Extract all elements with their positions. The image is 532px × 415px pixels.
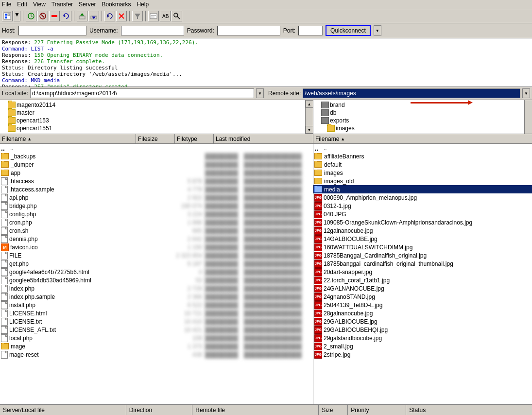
remote-file-row[interactable]: JPG 24GALNANOCUBE.jpg <box>313 284 532 293</box>
username-input[interactable] <box>121 26 184 35</box>
remote-file-row[interactable]: JPG 18785banggai_cardinalfish_original_t… <box>313 259 532 268</box>
remote-file-row[interactable]: default <box>313 160 532 169</box>
local-file-row[interactable]: install.php 6 522 ████████ █████████████… <box>0 301 313 309</box>
remote-tree-item-3[interactable]: images <box>314 124 523 132</box>
local-file-row[interactable]: _dumper ████████ ██████████████ <box>0 160 313 169</box>
remote-file-row[interactable]: JPG 2stripe.jpg <box>313 350 532 359</box>
local-file-row[interactable]: index.php.sample 2 366 ████████ ████████… <box>0 293 313 301</box>
toolbar-search-btn[interactable] <box>172 11 182 21</box>
local-file-row[interactable]: FILE 2 323 854 ████████ ██████████████ <box>0 251 313 259</box>
remote-file-row[interactable]: media <box>313 185 532 193</box>
menu-transfer[interactable]: Transfer <box>51 1 73 8</box>
local-file-row[interactable]: _backups ████████ ██████████████ <box>0 152 313 160</box>
local-tree-item-1[interactable]: master <box>1 109 304 117</box>
toolbar-siteman-btn[interactable] <box>2 11 13 21</box>
local-file-row[interactable]: get.php 6 187 ████████ ██████████████ <box>0 259 313 268</box>
remote-file-row[interactable]: JPG 14GALBIOCUBE.jpg <box>313 235 532 243</box>
toolbar-download-btn[interactable] <box>88 11 99 21</box>
local-file-row[interactable]: .htaccess 5 876 ████████ ██████████████ <box>0 177 313 185</box>
local-file-row[interactable]: M favicon.ico 1 150 ████████ ███████████… <box>0 243 313 251</box>
host-input[interactable] <box>18 26 86 35</box>
local-file-size: 6 522 <box>166 302 205 309</box>
menu-server[interactable]: Server <box>79 1 96 8</box>
toolbar-reconnect-btn[interactable] <box>61 11 71 21</box>
toolbar-filter-btn[interactable] <box>132 11 143 21</box>
local-file-row[interactable]: api.php 2 922 ████████ ██████████████ <box>0 193 313 202</box>
remote-site-path[interactable] <box>303 88 520 98</box>
password-input[interactable] <box>217 26 280 35</box>
local-file-row[interactable]: cron.php 1 666 ████████ ██████████████ <box>0 218 313 226</box>
remote-file-row[interactable]: JPG 160WATTDUALSWITCHDIMM.jpg <box>313 243 532 251</box>
toolbar-upload-btn[interactable] <box>77 11 87 21</box>
local-file-row[interactable]: bridge.php 190 074 ████████ ████████████… <box>0 202 313 210</box>
local-file-row[interactable]: googlee5b4db530ad45969.html 53 ████████ … <box>0 276 313 284</box>
local-col-filetype[interactable]: Filetype <box>175 134 214 143</box>
local-file-row[interactable]: LICENSE_AFL.txt 10 421 ████████ ████████… <box>0 326 313 334</box>
remote-file-row[interactable]: JPG 29GALBIOCUBEHQI.jpg <box>313 326 532 334</box>
menu-edit[interactable]: Edit <box>17 1 27 8</box>
toolbar-abort-btn[interactable] <box>116 11 127 21</box>
menu-bookmarks[interactable]: Bookmarks <box>102 1 131 8</box>
local-col-lastmod[interactable]: Last modified <box>214 134 313 143</box>
remote-file-row[interactable]: .. .. <box>313 144 532 152</box>
remote-col-filename[interactable]: Filename▲ <box>313 134 532 143</box>
local-file-row[interactable]: index.php 2 729 ████████ ██████████████ <box>0 284 313 293</box>
local-site-dropdown[interactable]: ▼ <box>256 88 264 98</box>
toolbar-siteman-drop[interactable]: ▼ <box>14 11 20 21</box>
remote-file-row[interactable]: affiliateBanners <box>313 152 532 160</box>
remote-file-row[interactable]: JPG 000590_Amphiprion_melanopus.jpg <box>313 193 532 202</box>
remote-tree-item-0[interactable]: brand <box>314 101 523 109</box>
local-file-row[interactable]: mage 1 373 ████████ ██████████████ <box>0 342 313 350</box>
remote-file-row[interactable]: JPG 29GALBIOCUBE.jpg <box>313 317 532 326</box>
quickconnect-button[interactable]: Quickconnect <box>326 25 371 36</box>
remote-file-row[interactable]: JPG 040.JPG <box>313 210 532 218</box>
local-tree-scrollup[interactable]: ▲ <box>306 100 313 108</box>
menu-file[interactable]: File <box>2 1 11 8</box>
quickconnect-dropdown[interactable]: ▼ <box>374 25 381 36</box>
toolbar-cancel-btn[interactable] <box>49 11 60 21</box>
local-col-filename[interactable]: Filename▲ <box>0 134 136 143</box>
local-tree-scrolldown[interactable]: ▼ <box>306 126 313 134</box>
local-file-row[interactable]: LICENSE.html 10 721 ████████ ███████████… <box>0 309 313 317</box>
remote-file-row[interactable]: JPG 24gnanoSTAND.jpg <box>313 293 532 301</box>
local-file-row[interactable]: google4afea6c4b72275b6.html 0 ████████ █… <box>0 268 313 276</box>
port-input[interactable] <box>298 26 323 35</box>
local-file-row[interactable]: app ████████ ██████████████ <box>0 169 313 177</box>
local-file-size: 2 642 <box>166 236 205 242</box>
remote-file-row[interactable]: JPG 29galstandbiocube.jpg <box>313 334 532 342</box>
remote-file-row[interactable]: JPG 25044139_Tet8D-L.jpg <box>313 301 532 309</box>
local-tree-item-3[interactable]: opencart1551 <box>1 124 304 132</box>
remote-site-dropdown[interactable]: ▼ <box>522 88 530 98</box>
remote-tree-item-1[interactable]: db <box>314 109 523 117</box>
local-col-filesize[interactable]: Filesize <box>136 134 175 143</box>
remote-file-row[interactable]: JPG 20dart-snapper.jpg <box>313 268 532 276</box>
toolbar-disconnect-btn[interactable] <box>37 11 48 21</box>
remote-file-row[interactable]: JPG 2_small.jpg <box>313 342 532 350</box>
remote-file-row[interactable]: JPG 18785Banggai_Cardinalfish_original.j… <box>313 251 532 259</box>
remote-file-row[interactable]: JPG 12galnanocube.jpg <box>313 226 532 235</box>
remote-file-row[interactable]: JPG 22.torch_coral_r1atb1.jpg <box>313 276 532 284</box>
local-file-row[interactable]: .htaccess.sample 4 779 ████████ ████████… <box>0 185 313 193</box>
remote-file-row[interactable]: JPG 109085-OrangeSkunkClown-Amphiprionsa… <box>313 218 532 226</box>
remote-file-row[interactable]: images_old <box>313 177 532 185</box>
local-file-row[interactable]: dennis.php 2 642 ████████ ██████████████ <box>0 235 313 243</box>
local-file-row[interactable]: local.php 109 ████████ ██████████████ <box>0 334 313 342</box>
local-file-row[interactable]: .. .. <box>0 144 313 152</box>
remote-file-row[interactable]: images <box>313 169 532 177</box>
toolbar-transfer-type-btn[interactable]: AB <box>160 11 171 21</box>
toolbar-dirlisting-btn[interactable] <box>148 11 159 21</box>
local-file-row[interactable]: LICENSE.txt 10 410 ████████ ████████████… <box>0 317 313 326</box>
menu-help[interactable]: Help <box>137 1 149 8</box>
remote-file-row[interactable]: JPG 0312-1.jpg <box>313 202 532 210</box>
local-site-path[interactable] <box>30 88 254 98</box>
remote-file-row[interactable]: JPG 28galnanocube.jpg <box>313 309 532 317</box>
toolbar-connect-btn[interactable] <box>26 11 36 21</box>
menu-view[interactable]: View <box>33 1 46 8</box>
toolbar-refresh-btn[interactable] <box>104 11 115 21</box>
local-file-row[interactable]: mage-reset 439 ████████ ██████████████ <box>0 350 313 359</box>
remote-tree-item-2[interactable]: exports <box>314 117 523 124</box>
local-file-row[interactable]: config.php 3 224 ████████ ██████████████ <box>0 210 313 218</box>
local-tree-item-0[interactable]: magento20114 <box>1 101 304 109</box>
local-tree-item-2[interactable]: opencart153 <box>1 117 304 124</box>
local-file-row[interactable]: cron.sh 665 ████████ ██████████████ <box>0 226 313 235</box>
